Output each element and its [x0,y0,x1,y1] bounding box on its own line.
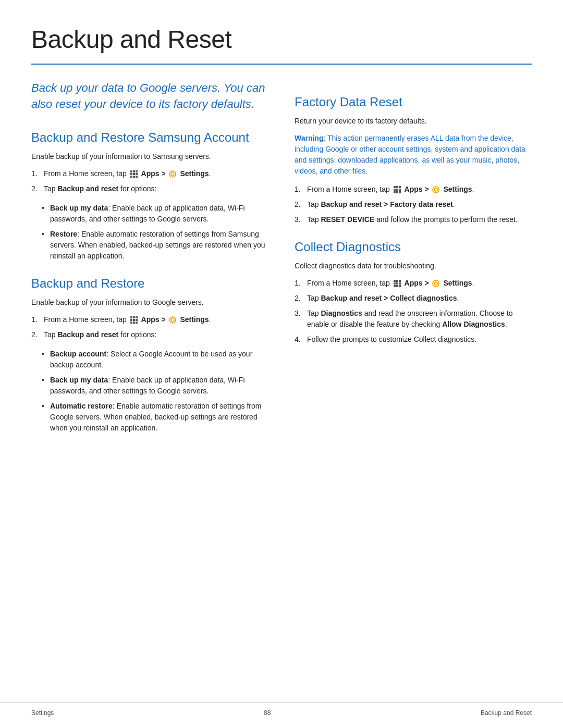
footer-left: Settings [31,708,54,718]
svg-rect-33 [394,189,396,191]
bullet-bold-r3: Automatic restore [50,402,113,410]
svg-rect-6 [130,176,132,178]
factory-section-desc: Return your device to its factory defaul… [295,116,532,127]
svg-point-25 [171,318,174,322]
samsung-steps: 1. From a Home screen, tap [31,168,268,194]
step-num-r1: 1. [31,314,42,325]
svg-point-9 [169,171,176,177]
svg-rect-21 [130,322,132,324]
svg-point-10 [171,172,174,176]
svg-rect-16 [133,316,135,318]
restore-section-title: Backup and Restore [31,274,268,293]
step-num-d3: 3. [295,308,305,330]
factory-step-3: 3. Tap RESET DEVICE and follow the promp… [295,214,532,225]
svg-rect-15 [130,316,132,318]
step-content-2: Tap Backup and reset for options: [44,183,268,194]
svg-point-40 [434,188,437,191]
samsung-step-1: 1. From a Home screen, tap [31,168,268,179]
svg-rect-2 [136,170,138,172]
svg-rect-23 [136,322,138,324]
bullet-bold-r1: Backup account [50,350,106,358]
page-content: Backup and Reset Back up your data to Go… [0,0,563,469]
svg-rect-34 [396,189,398,191]
apps-label-r: Apps > [141,315,166,324]
reset-device-bold: RESET DEVICE [321,215,374,224]
svg-rect-30 [394,186,396,188]
restore-bullet-3: Automatic restore: Enable automatic rest… [42,401,268,434]
svg-point-55 [434,282,437,285]
step-content-f3: Tap RESET DEVICE and follow the prompts … [307,214,532,225]
restore-step-1: 1. From a Home screen, tap [31,314,268,325]
bullet-bold-2: Restore [50,230,77,238]
svg-rect-22 [133,322,135,324]
diagnostics-steps: 1. From a Home screen, tap [295,278,532,345]
svg-rect-35 [399,189,401,191]
svg-rect-32 [399,186,401,188]
settings-icon [167,169,180,178]
restore-bullet-1: Backup account: Select a Google Account … [42,349,268,371]
title-rule [31,64,532,65]
svg-rect-48 [394,282,396,285]
step-content-d1: From a Home screen, tap [307,278,532,289]
step-num-r2: 2. [31,329,42,340]
apps-icon [129,169,141,178]
samsung-step-2: 2. Tap Backup and reset for options: [31,183,268,194]
diagnostics-section: Collect Diagnostics Collect diagnostics … [295,238,532,345]
settings-label-r: Settings [180,315,209,324]
footer-center: 88 [264,708,271,718]
settings-icon-d [431,279,443,287]
step-num: 1. [31,168,42,179]
svg-rect-49 [396,282,398,285]
svg-rect-5 [136,173,138,175]
step-content: From a Home screen, tap [44,168,268,179]
samsung-bullet-1: Back up my data: Enable back up of appli… [42,203,268,225]
step-content-f2: Tap Backup and reset > Factory data rese… [307,199,532,210]
samsung-bullet-2: Restore: Enable automatic restoration of… [42,229,268,262]
backup-reset-bold: Backup and reset [57,184,118,193]
svg-rect-53 [399,285,401,287]
svg-rect-8 [136,176,138,178]
page-footer: Settings 88 Backup and Reset [0,702,563,718]
apps-label-d: Apps > [405,279,429,287]
settings-icon-r [167,315,180,324]
factory-section: Factory Data Reset Return your device to… [295,93,532,225]
restore-step-2: 2. Tap Backup and reset for options: [31,329,268,340]
diag-step-1: 1. From a Home screen, tap [295,278,532,289]
svg-rect-52 [396,285,398,287]
collect-diag-bold: Backup and reset > Collect diagnostics [321,294,457,302]
svg-rect-17 [136,316,138,318]
restore-steps: 1. From a Home screen, tap [31,314,268,340]
diag-step-2: 2. Tap Backup and reset > Collect diagno… [295,293,532,304]
factory-step-1: 1. From a Home screen, tap [295,184,532,195]
svg-rect-37 [396,191,398,193]
svg-rect-4 [133,173,135,175]
samsung-section-desc: Enable backup of your information to Sam… [31,151,268,162]
svg-point-24 [169,317,176,323]
samsung-section-title: Backup and Restore Samsung Account [31,128,268,147]
svg-rect-19 [133,319,135,321]
step-num-d4: 4. [295,334,305,345]
factory-steps: 1. From a Home screen, tap [295,184,532,225]
step-num-d1: 1. [295,278,305,289]
factory-step-2: 2. Tap Backup and reset > Factory data r… [295,199,532,210]
apps-icon-r [129,315,141,324]
svg-rect-36 [394,191,396,193]
factory-section-title: Factory Data Reset [295,93,532,112]
step-num-d2: 2. [295,293,305,304]
bullet-bold: Back up my data [50,204,108,212]
svg-point-54 [433,280,439,287]
factory-reset-bold: Backup and reset > Factory data reset [321,200,452,208]
settings-label-d: Settings [443,279,472,287]
apps-icon-d [392,279,405,287]
diagnostics-bold: Diagnostics [321,309,362,317]
restore-section-desc: Enable backup of your information to Goo… [31,297,268,308]
factory-warning: Warning: This action permanently erases … [295,133,532,177]
two-column-layout: Back up your data to Google servers. You… [31,80,532,438]
intro-text: Back up your data to Google servers. You… [31,80,268,113]
diagnostics-section-title: Collect Diagnostics [295,238,532,256]
svg-rect-50 [399,282,401,285]
step-content-d2: Tap Backup and reset > Collect diagnosti… [307,293,532,304]
step-content-r1: From a Home screen, tap [44,314,268,325]
step-num-f1: 1. [295,184,305,195]
svg-rect-3 [130,173,132,175]
